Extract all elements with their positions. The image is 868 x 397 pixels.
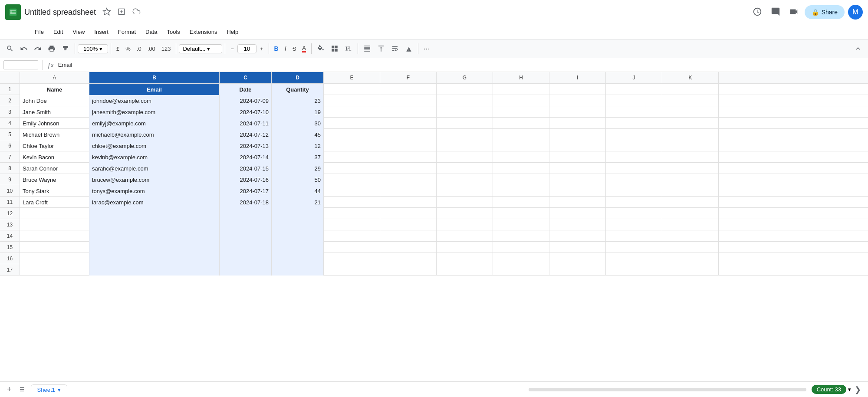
row-number[interactable]: 16 xyxy=(0,253,20,264)
cell-a4[interactable]: Emily Johnson xyxy=(20,118,89,129)
cell-extra-13-4[interactable] xyxy=(549,230,606,242)
cell-a8[interactable]: Sarah Connor xyxy=(20,163,89,174)
bold-button[interactable]: B xyxy=(272,43,281,54)
cell-extra-8-6[interactable] xyxy=(662,174,719,185)
cell-extra-9-2[interactable] xyxy=(437,185,493,197)
cell-a13[interactable] xyxy=(20,219,89,230)
avatar[interactable]: M xyxy=(848,5,863,20)
cell-d10[interactable]: 44 xyxy=(272,185,324,197)
cell-a7[interactable]: Kevin Bacon xyxy=(20,151,89,163)
cell-extra-10-0[interactable] xyxy=(324,197,380,208)
cell-b5[interactable]: michaelb@example.com xyxy=(89,129,220,140)
cloud-icon[interactable] xyxy=(132,7,141,17)
cell-extra-6-2[interactable] xyxy=(437,151,493,163)
cell-extra-4-4[interactable] xyxy=(549,129,606,140)
search-button[interactable] xyxy=(3,43,16,54)
cell-extra-14-0[interactable] xyxy=(324,242,380,253)
cell-extra-0-3[interactable] xyxy=(493,84,549,95)
cell-extra-0-5[interactable] xyxy=(606,84,662,95)
cell-c17[interactable] xyxy=(220,264,272,276)
cell-extra-2-3[interactable] xyxy=(493,106,549,118)
cell-extra-6-5[interactable] xyxy=(606,151,662,163)
cell-extra-5-0[interactable] xyxy=(324,140,380,151)
cell-extra-7-6[interactable] xyxy=(662,163,719,174)
cell-a11[interactable]: Lara Croft xyxy=(20,197,89,208)
cell-extra-2-5[interactable] xyxy=(606,106,662,118)
cell-extra-0-0[interactable] xyxy=(324,84,380,95)
cell-extra-16-6[interactable] xyxy=(662,264,719,276)
cell-a10[interactable]: Tony Stark xyxy=(20,185,89,197)
rotate-button[interactable] xyxy=(402,43,415,54)
cell-extra-2-2[interactable] xyxy=(437,106,493,118)
cell-extra-13-1[interactable] xyxy=(380,230,437,242)
cell-c1[interactable]: Date xyxy=(220,84,272,95)
cell-extra-10-1[interactable] xyxy=(380,197,437,208)
col-header-k[interactable]: K xyxy=(662,72,719,83)
cell-d6[interactable]: 12 xyxy=(272,140,324,151)
cell-d3[interactable]: 19 xyxy=(272,106,324,118)
cell-extra-15-4[interactable] xyxy=(549,253,606,264)
print-button[interactable] xyxy=(45,43,58,54)
cell-extra-16-5[interactable] xyxy=(606,264,662,276)
cell-extra-5-1[interactable] xyxy=(380,140,437,151)
cell-c10[interactable]: 2024-07-17 xyxy=(220,185,272,197)
cell-extra-1-5[interactable] xyxy=(606,95,662,106)
cell-extra-14-1[interactable] xyxy=(380,242,437,253)
font-selector[interactable]: Default... ▾ xyxy=(179,44,222,53)
row-number[interactable]: 1 xyxy=(0,84,20,95)
cell-extra-6-6[interactable] xyxy=(662,151,719,163)
collapse-panel-button[interactable]: ❯ xyxy=(853,383,863,396)
zoom-selector[interactable]: 100% ▾ xyxy=(78,44,108,53)
cell-a16[interactable] xyxy=(20,253,89,264)
menu-help[interactable]: Help xyxy=(222,27,243,37)
cell-b9[interactable]: brucew@example.com xyxy=(89,174,220,185)
cell-d12[interactable] xyxy=(272,208,324,219)
cell-extra-14-3[interactable] xyxy=(493,242,549,253)
menu-file[interactable]: File xyxy=(30,27,48,37)
cell-extra-12-6[interactable] xyxy=(662,219,719,230)
increase-font-size-button[interactable]: + xyxy=(257,44,266,54)
col-header-a[interactable]: A xyxy=(20,72,89,83)
col-header-h[interactable]: H xyxy=(493,72,549,83)
cell-extra-12-1[interactable] xyxy=(380,219,437,230)
cell-extra-15-2[interactable] xyxy=(437,253,493,264)
cell-b11[interactable]: larac@example.com xyxy=(89,197,220,208)
cell-extra-16-4[interactable] xyxy=(549,264,606,276)
row-number[interactable]: 13 xyxy=(0,219,20,230)
cell-extra-7-4[interactable] xyxy=(549,163,606,174)
cell-a12[interactable] xyxy=(20,208,89,219)
cell-a1[interactable]: Name xyxy=(20,84,89,95)
cell-b12[interactable] xyxy=(89,208,220,219)
cell-extra-1-4[interactable] xyxy=(549,95,606,106)
col-header-e[interactable]: E xyxy=(324,72,380,83)
col-header-c[interactable]: C xyxy=(220,72,272,83)
increase-decimal-button[interactable]: .00 xyxy=(145,44,158,54)
cell-extra-15-1[interactable] xyxy=(380,253,437,264)
cell-a14[interactable] xyxy=(20,230,89,242)
cell-extra-13-5[interactable] xyxy=(606,230,662,242)
cell-extra-14-4[interactable] xyxy=(549,242,606,253)
cell-b15[interactable] xyxy=(89,242,220,253)
decrease-decimal-button[interactable]: .0 xyxy=(134,44,144,54)
row-number[interactable]: 11 xyxy=(0,197,20,207)
menu-view[interactable]: View xyxy=(68,27,89,37)
cell-c6[interactable]: 2024-07-13 xyxy=(220,140,272,151)
cell-extra-16-0[interactable] xyxy=(324,264,380,276)
cell-d17[interactable] xyxy=(272,264,324,276)
row-number[interactable]: 4 xyxy=(0,118,20,128)
cell-extra-7-1[interactable] xyxy=(380,163,437,174)
comment-button[interactable] xyxy=(768,4,783,20)
wrap-button[interactable] xyxy=(388,43,401,54)
cell-extra-6-1[interactable] xyxy=(380,151,437,163)
cell-extra-12-5[interactable] xyxy=(606,219,662,230)
cell-extra-0-2[interactable] xyxy=(437,84,493,95)
row-number[interactable]: 3 xyxy=(0,106,20,117)
cell-extra-1-6[interactable] xyxy=(662,95,719,106)
cell-extra-9-5[interactable] xyxy=(606,185,662,197)
italic-button[interactable]: I xyxy=(282,43,289,54)
cell-extra-5-4[interactable] xyxy=(549,140,606,151)
cell-a9[interactable]: Bruce Wayne xyxy=(20,174,89,185)
cell-extra-11-1[interactable] xyxy=(380,208,437,219)
cell-d4[interactable]: 30 xyxy=(272,118,324,129)
undo-button[interactable] xyxy=(17,43,30,54)
